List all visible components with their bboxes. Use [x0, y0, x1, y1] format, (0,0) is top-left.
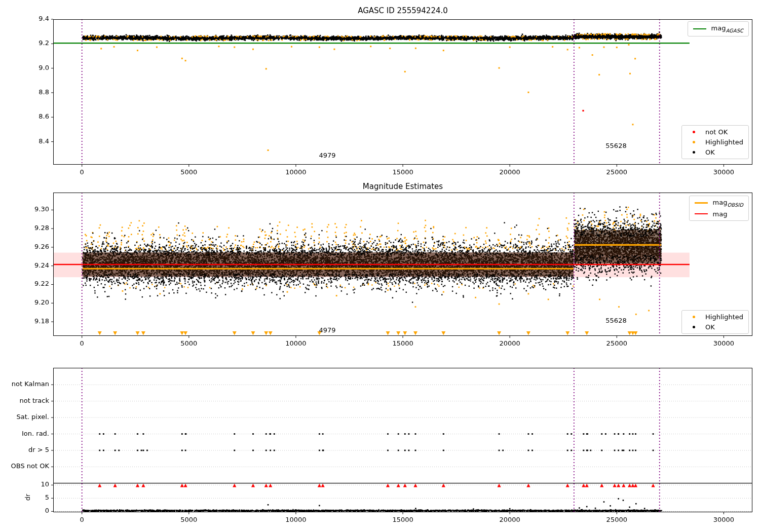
- legend-row-not-ok: not OK: [687, 128, 743, 136]
- p1-ytick-9.2: 9.2: [4, 39, 49, 47]
- p1-xtick-5000: 5000: [180, 168, 197, 176]
- p1-ytick-8.8: 8.8: [4, 88, 49, 96]
- p2-xtick-20000: 20000: [499, 339, 520, 347]
- p3-xtick-0: 0: [80, 516, 84, 523]
- p3-xtick-10000: 10000: [285, 516, 306, 523]
- flag-label-0: not Kalman: [4, 380, 49, 388]
- ok-label: OK: [705, 148, 715, 156]
- p2-xtick-10000: 10000: [285, 339, 306, 347]
- p2-ytick-9.18: 9.18: [4, 317, 49, 325]
- chart-canvas: [0, 0, 760, 532]
- p1-xtick-30000: 30000: [713, 168, 734, 176]
- not-ok-label: not OK: [705, 128, 728, 136]
- not-ok-swatch-cell: [687, 131, 700, 133]
- mag-agasc-label-main: mag: [711, 24, 726, 32]
- highlighted2-dot: [693, 316, 695, 318]
- ok2-dot: [693, 326, 695, 328]
- flag-label-4: dr > 5: [4, 446, 49, 453]
- mag-agasc-label: magAGASC: [711, 24, 743, 33]
- legend-row-ok-2: OK: [687, 323, 743, 331]
- figure: AGASC ID 255594224.0 Magnitude Estimates…: [0, 0, 760, 532]
- legend-row-ok: OK: [687, 148, 743, 156]
- p1-xtick-10000: 10000: [285, 168, 306, 176]
- p3-xtick-30000: 30000: [713, 516, 734, 523]
- p3-xtick-15000: 15000: [392, 516, 413, 523]
- highlighted-label: Highlighted: [705, 138, 743, 146]
- obsid-annotation-4979-top: 4979: [319, 151, 335, 159]
- p1-xtick-25000: 25000: [606, 168, 627, 176]
- p2-xtick-30000: 30000: [713, 339, 734, 347]
- obsid-annotation-55628-middle: 55628: [605, 317, 626, 324]
- legend-row-mag-obsid: magOBSID: [695, 199, 743, 208]
- highlighted2-label: Highlighted: [705, 313, 743, 321]
- mag-obsid-line-swatch: [695, 202, 708, 204]
- mag-line-swatch: [695, 213, 708, 214]
- p1-xtick-20000: 20000: [499, 168, 520, 176]
- p1-ytick-9.0: 9.0: [4, 64, 49, 71]
- p2-ytick-9.26: 9.26: [4, 243, 49, 250]
- dr-tick-10: 10: [4, 480, 49, 488]
- p3-xtick-5000: 5000: [180, 516, 197, 523]
- ok-dot: [693, 151, 695, 154]
- legend-row-mag-agasc: magAGASC: [693, 24, 743, 33]
- legend-row-highlighted-2: Highlighted: [687, 313, 743, 321]
- obsid-annotation-4979-middle: 4979: [319, 326, 335, 334]
- p2-xtick-15000: 15000: [392, 339, 413, 347]
- p3-xtick-25000: 25000: [606, 516, 627, 523]
- p2-xtick-25000: 25000: [606, 339, 627, 347]
- mag-label: mag: [713, 210, 728, 218]
- ok-swatch-cell: [687, 151, 700, 154]
- p2-ytick-9.24: 9.24: [4, 261, 49, 269]
- obsid-annotation-55628-top: 55628: [605, 142, 626, 149]
- flag-label-2: Sat. pixel.: [4, 413, 49, 421]
- mag-label-main: mag: [713, 210, 728, 218]
- p1-ytick-8.4: 8.4: [4, 137, 49, 145]
- flag-label-5: OBS not OK: [4, 462, 49, 470]
- mag-obsid-label: magOBSID: [713, 199, 743, 208]
- p2-ytick-9.30: 9.30: [4, 205, 49, 213]
- legend-row-mag: mag: [695, 210, 743, 218]
- p2-ytick-9.22: 9.22: [4, 280, 49, 287]
- p1-ytick-9.4: 9.4: [4, 15, 49, 22]
- p2-ytick-9.20: 9.20: [4, 298, 49, 306]
- top-plot-title: AGASC ID 255594224.0: [53, 6, 752, 15]
- mag-obsid-label-main: mag: [713, 199, 728, 206]
- highlighted-swatch-cell: [687, 141, 700, 143]
- dr-tick-0: 0: [4, 507, 49, 514]
- p1-xtick-15000: 15000: [392, 168, 413, 176]
- p2-xtick-0: 0: [80, 339, 84, 347]
- p1-ytick-8.6: 8.6: [4, 112, 49, 120]
- legend-mag-agasc: magAGASC: [688, 21, 749, 36]
- middle-plot-title: Magnitude Estimates: [53, 182, 752, 191]
- not-ok-dot: [693, 131, 695, 133]
- mag-agasc-label-sub: AGASC: [726, 28, 743, 33]
- mag-agasc-line-swatch: [693, 28, 706, 29]
- legend-status-middle: Highlighted OK: [681, 310, 749, 334]
- p2-ytick-9.28: 9.28: [4, 224, 49, 232]
- flag-label-1: not track: [4, 397, 49, 404]
- legend-mag-lines: magOBSID mag: [689, 196, 749, 221]
- legend-status-top: not OK Highlighted OK: [681, 125, 749, 159]
- p2-xtick-5000: 5000: [180, 339, 197, 347]
- ok2-swatch-cell: [687, 326, 700, 328]
- highlighted-dot: [693, 141, 695, 143]
- legend-row-highlighted: Highlighted: [687, 138, 743, 146]
- dr-tick-5: 5: [4, 493, 49, 501]
- mag-obsid-label-sub: OBSID: [727, 202, 743, 208]
- ok2-label: OK: [705, 323, 715, 331]
- highlighted2-swatch-cell: [687, 316, 700, 318]
- flag-label-3: Ion. rad.: [4, 430, 49, 437]
- p1-xtick-0: 0: [80, 168, 84, 176]
- p3-xtick-20000: 20000: [499, 516, 520, 523]
